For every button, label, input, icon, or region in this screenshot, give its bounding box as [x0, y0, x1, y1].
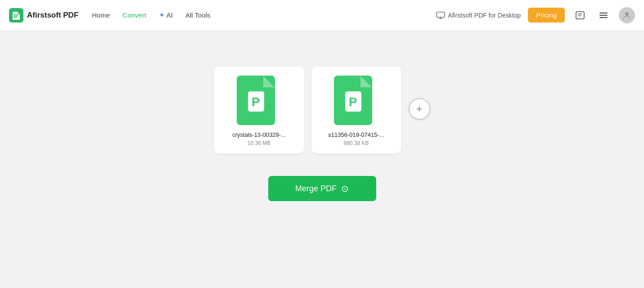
monitor-icon: [436, 12, 445, 19]
badge-button[interactable]: [572, 7, 588, 23]
user-icon: [622, 10, 632, 20]
file-name-2: s11356-019-07415-...: [328, 131, 384, 138]
nav-ai[interactable]: ✦ AI: [159, 11, 173, 19]
nav-all-tools[interactable]: All Tools: [185, 11, 211, 19]
desktop-link[interactable]: Afirstsoft PDF for Desktop: [436, 12, 521, 19]
merge-pdf-button[interactable]: Merge PDF ⊙: [268, 176, 376, 201]
nav-home[interactable]: Home: [92, 11, 110, 19]
badge-icon: [575, 10, 585, 20]
file-name-1: crystals-13-00329-...: [232, 131, 286, 138]
svg-text:P: P: [349, 95, 357, 109]
logo-icon: [9, 8, 23, 22]
logo-area[interactable]: Afirstsoft PDF: [9, 8, 78, 22]
file-size-2: 880.38 KB: [343, 140, 369, 146]
right-area: Afirstsoft PDF for Desktop Pricing: [436, 7, 635, 23]
merge-arrow-icon: ⊙: [341, 183, 349, 194]
main-content: P crystals-13-00329-... 10.36 MB P s1135…: [0, 31, 644, 201]
svg-rect-2: [576, 12, 584, 19]
add-file-button[interactable]: +: [409, 98, 430, 120]
files-area: P crystals-13-00329-... 10.36 MB P s1135…: [214, 67, 430, 153]
user-avatar[interactable]: [619, 7, 635, 23]
file-card-2[interactable]: P s11356-019-07415-... 880.38 KB: [311, 67, 401, 153]
logo-text: Afirstsoft PDF: [27, 11, 78, 20]
ai-star-icon: ✦: [159, 11, 165, 19]
pricing-button[interactable]: Pricing: [528, 8, 565, 22]
topbar: Afirstsoft PDF Home Convert ✦ AI All Too…: [0, 0, 644, 31]
nav-links: Home Convert ✦ AI All Tools: [92, 11, 210, 19]
nav-convert[interactable]: Convert: [122, 11, 146, 19]
svg-point-3: [625, 12, 629, 16]
file-icon-2: P: [334, 76, 379, 125]
hamburger-icon: [599, 10, 608, 20]
svg-rect-1: [437, 12, 445, 17]
file-card-1[interactable]: P crystals-13-00329-... 10.36 MB: [214, 67, 304, 153]
hamburger-button[interactable]: [595, 7, 612, 23]
file-size-1: 10.36 MB: [248, 140, 270, 146]
file-icon-1: P: [237, 76, 282, 125]
svg-text:P: P: [252, 95, 260, 109]
